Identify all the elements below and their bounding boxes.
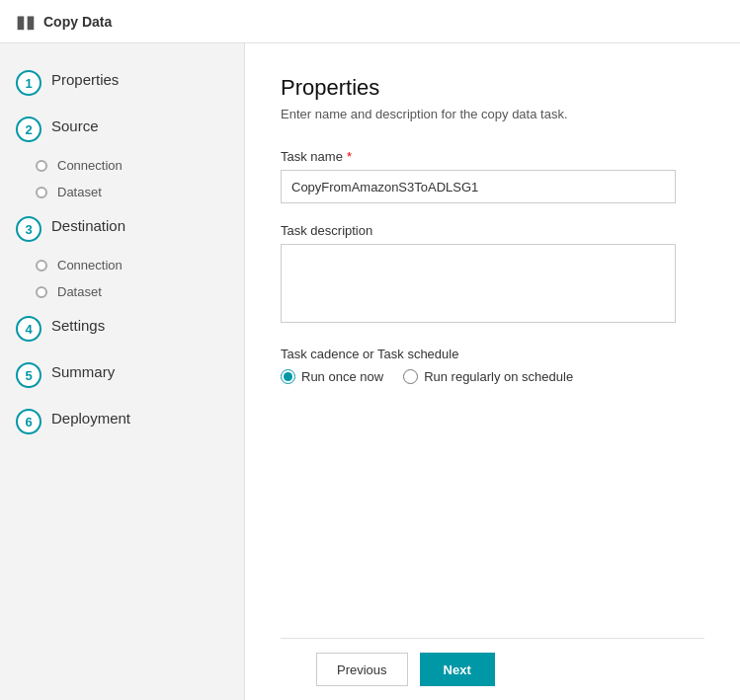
nav-circle-6: 6 [16,409,41,434]
source-dataset-item[interactable]: Dataset [36,179,244,205]
nav-circle-5: 5 [16,362,41,388]
sidebar-item-settings[interactable]: 4 Settings [0,305,244,351]
page-title: Properties [281,75,704,101]
nav-circle-3: 3 [16,216,41,242]
nav-label-summary: Summary [51,361,115,384]
nav-circle-2: 2 [16,117,41,142]
source-connection-label: Connection [57,158,123,173]
task-description-input[interactable] [281,244,676,323]
radio-run-once-input[interactable] [281,369,295,384]
radio-group: Run once now Run regularly on schedule [281,369,704,384]
page-subtitle: Enter name and description for the copy … [281,107,704,121]
destination-dataset-label: Dataset [57,284,102,299]
destination-connection-label: Connection [57,258,123,272]
nav-label-settings: Settings [51,315,105,338]
destination-dataset-dot [36,286,47,298]
sidebar-item-deployment[interactable]: 6 Deployment [0,398,244,444]
nav-circle-1: 1 [16,70,41,96]
source-connection-dot [36,160,47,172]
copy-data-icon: ▮▮ [16,11,36,33]
footer: Previous Next [281,638,704,700]
task-description-label: Task description [281,223,704,238]
source-subitems: Connection Dataset [0,152,244,205]
source-connection-item[interactable]: Connection [36,152,244,179]
destination-connection-dot [36,260,47,272]
app-title: Copy Data [43,14,112,30]
source-dataset-label: Dataset [57,185,102,199]
radio-run-schedule-option[interactable]: Run regularly on schedule [403,369,573,384]
nav-label-deployment: Deployment [51,408,130,430]
destination-connection-item[interactable]: Connection [36,252,244,278]
main-layout: 1 Properties 2 Source Connection Dataset… [0,43,740,700]
previous-button[interactable]: Previous [316,653,408,686]
nav-label-source: Source [51,116,99,138]
task-name-group: Task name * [281,149,704,203]
content-inner: Properties Enter name and description fo… [281,75,704,638]
radio-run-once-option[interactable]: Run once now [281,369,383,384]
destination-dataset-item[interactable]: Dataset [36,278,244,305]
sidebar-item-summary[interactable]: 5 Summary [0,351,244,398]
task-cadence-label: Task cadence or Task schedule [281,347,704,361]
top-bar: ▮▮ Copy Data [0,0,740,43]
task-name-input[interactable] [281,170,676,203]
nav-label-properties: Properties [51,69,119,92]
sidebar-item-destination[interactable]: 3 Destination [0,205,244,252]
content-area: Properties Enter name and description fo… [245,43,740,700]
radio-run-once-label: Run once now [301,369,383,384]
sidebar-item-properties[interactable]: 1 Properties [0,59,244,106]
task-cadence-group: Task cadence or Task schedule Run once n… [281,347,704,384]
next-button[interactable]: Next [420,653,495,686]
nav-label-destination: Destination [51,215,125,238]
destination-subitems: Connection Dataset [0,252,244,305]
radio-run-schedule-label: Run regularly on schedule [424,369,573,384]
nav-circle-4: 4 [16,316,41,342]
task-description-group: Task description [281,223,704,327]
source-dataset-dot [36,187,47,198]
sidebar-item-source[interactable]: 2 Source [0,106,244,152]
sidebar: 1 Properties 2 Source Connection Dataset… [0,43,245,700]
task-name-label: Task name * [281,149,704,164]
radio-run-schedule-input[interactable] [403,369,418,384]
required-star: * [347,149,352,164]
